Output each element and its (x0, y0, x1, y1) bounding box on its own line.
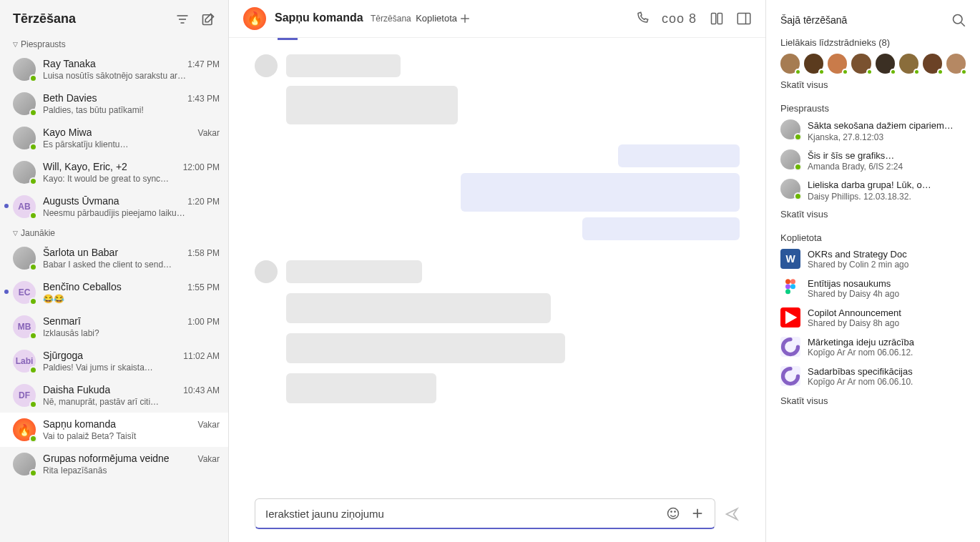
chat-item-avatar: MB (13, 315, 36, 338)
chat-item-time: Vakar (198, 420, 220, 430)
pinned-meta: Kjanska, 27.8.12:03 (808, 132, 954, 142)
message-avatar (255, 54, 278, 77)
chat-item-name: Beth Davies (43, 92, 97, 104)
message-bubble[interactable] (286, 333, 565, 363)
chat-item[interactable]: Grupas noformējuma veidneVakar Rita Iepa… (0, 447, 228, 481)
file-name: Entītijas nosaukums (808, 278, 899, 289)
chat-item-preview: Paldies, tas būtu patīkami! (43, 105, 220, 115)
shared-file[interactable]: Sadarbības specifikācijasKopīgo Ar Ar no… (780, 366, 966, 387)
svg-line-16 (961, 23, 965, 26)
chat-item[interactable]: DF Daisha Fukuda10:43 AM Nē, manuprāt, p… (0, 378, 228, 413)
message-bubble[interactable] (286, 54, 401, 77)
participant-count[interactable]: coo 8 (662, 11, 697, 26)
shared-file[interactable]: Entītijas nosaukumsShared by Daisy 4h ag… (780, 278, 966, 299)
contributor-avatar[interactable] (923, 54, 942, 74)
filter-icon[interactable] (175, 12, 190, 26)
chat-item[interactable]: Labi Sjūrgoga11:02 AM Paldies! Vai jums … (0, 344, 228, 378)
message-bubble[interactable] (286, 86, 458, 124)
message-bubble[interactable] (286, 293, 551, 323)
chat-item[interactable]: Šarlota un Babar1:58 PM Babar I asked th… (0, 241, 228, 275)
pinned-message[interactable]: Lieliska darba grupa! Lūk, o…Daisy Phill… (780, 179, 966, 202)
chat-item[interactable]: MB Senmarī1:00 PM Izklausās labi? (0, 310, 228, 344)
contributor-avatar[interactable] (946, 54, 966, 74)
chat-item-name: Sjūrgoga (43, 350, 83, 361)
sent-message-bubble[interactable] (582, 217, 740, 240)
file-name: Copilot Announcement (808, 307, 901, 318)
chat-avatar: 🔥 (243, 7, 266, 30)
search-icon[interactable] (951, 13, 966, 27)
message-bubble[interactable] (286, 260, 422, 283)
sent-message-bubble[interactable] (618, 144, 740, 167)
chat-item-time: 1:47 PM (187, 59, 220, 69)
chat-item-name: Augusts Ūvmana (43, 195, 119, 207)
contributor-avatar[interactable] (851, 54, 871, 74)
chat-item[interactable]: EC Benčīno Ceballos1:55 PM 😂😂 (0, 275, 228, 310)
contributor-avatar[interactable] (876, 54, 895, 74)
send-icon[interactable] (724, 507, 740, 521)
contributor-avatar[interactable] (828, 54, 847, 74)
chat-item-name: Ray Tanaka (43, 58, 96, 69)
chat-item-avatar: 🔥 (13, 418, 36, 441)
chat-item-name: Sapņu komanda (43, 418, 116, 430)
see-all-link[interactable]: Skatīt visus (780, 79, 966, 90)
chat-item-name: Kayo Miwa (43, 127, 92, 138)
shared-file[interactable]: WOKRs and Strategy DocShared by Colin 2 … (780, 249, 966, 270)
compose-icon[interactable] (201, 12, 215, 26)
chat-item-preview: Kayo: It would be great to sync… (43, 174, 220, 184)
pinned-avatar (780, 149, 800, 169)
call-icon[interactable] (634, 11, 649, 26)
pinned-message[interactable]: Sākta sekošana dažiem cipariem…Kjanska, … (780, 119, 966, 142)
chat-item-avatar (13, 247, 36, 270)
svg-point-20 (790, 284, 795, 289)
add-tab-icon[interactable] (460, 11, 470, 26)
pinned-message[interactable]: Šis ir šīs se grafiks…Amanda Brady, 6/IS… (780, 149, 966, 172)
chat-item[interactable]: Beth Davies1:43 PM Paldies, tas būtu pat… (0, 87, 228, 121)
copilot-icon[interactable] (710, 11, 724, 26)
compose-placeholder: Ierakstiet jaunu ziņojumu (265, 508, 384, 520)
chat-tab-label[interactable]: Tērzēšana (371, 14, 411, 24)
panel-icon[interactable] (737, 11, 751, 26)
pinned-avatar (780, 179, 800, 199)
contributor-avatar[interactable] (780, 54, 800, 74)
svg-marker-22 (785, 310, 797, 324)
shared-file[interactable]: Mārketinga ideju uzrācībaKopīgo Ar Ar no… (780, 337, 966, 358)
chat-item-time: 1:55 PM (187, 282, 220, 292)
see-all-link[interactable]: Skatīt visus (780, 209, 966, 220)
shared-file[interactable]: Copilot AnnouncementShared by Daisy 8h a… (780, 307, 966, 328)
chat-item[interactable]: 🔥 Sapņu komandaVakar Vai to palaiž Beta?… (0, 413, 228, 447)
chat-item-name: Grupas noformējuma veidne (43, 453, 170, 464)
svg-point-21 (785, 289, 790, 294)
file-name: Sadarbības specifikācijas (808, 366, 913, 377)
shared-link[interactable]: Koplietota (416, 13, 457, 24)
message-bubble[interactable] (286, 373, 436, 403)
chat-item[interactable]: Will, Kayo, Eric, +212:00 PM Kayo: It wo… (0, 155, 228, 189)
chat-item-preview: 😂😂 (43, 294, 220, 304)
chat-item-avatar (13, 127, 36, 149)
svg-point-12 (675, 511, 675, 512)
chat-item-avatar (13, 92, 36, 115)
pinned-label: Piesprausts (780, 103, 966, 114)
chat-item-name: Benčīno Ceballos (43, 281, 122, 292)
chat-item-avatar: AB (13, 195, 36, 218)
see-all-link[interactable]: Skatīt visus (780, 395, 966, 406)
chat-item-preview: Babar I asked the client to send… (43, 260, 220, 270)
shared-label: Koplietota (780, 232, 966, 243)
contributor-avatar[interactable] (804, 54, 823, 74)
chat-item-time: 1:00 PM (187, 317, 220, 327)
chat-item[interactable]: AB Augusts Ūvmana1:20 PM Neesmu pārbaudī… (0, 189, 228, 224)
chat-item-preview: Es pārskatīju klientu… (43, 139, 220, 149)
contributor-avatar[interactable] (899, 54, 918, 74)
chat-item-avatar: DF (13, 384, 36, 407)
file-meta: Shared by Daisy 8h ago (808, 318, 901, 328)
pinned-avatar (780, 119, 800, 139)
pinned-meta: Amanda Brady, 6/IS 2:24 (808, 162, 903, 172)
emoji-icon[interactable] (666, 506, 680, 521)
svg-point-18 (790, 279, 795, 284)
message-avatar (255, 260, 278, 283)
chat-item[interactable]: Kayo MiwaVakar Es pārskatīju klientu… (0, 121, 228, 155)
sent-message-bubble[interactable] (461, 173, 740, 212)
sidebar-header: Tērzēšana (0, 0, 228, 35)
plus-icon[interactable] (690, 506, 705, 521)
compose-input[interactable]: Ierakstiet jaunu ziņojumu (255, 498, 715, 529)
chat-item[interactable]: Ray Tanaka1:47 PM Luisa nosūtīs sākotnēj… (0, 52, 228, 87)
